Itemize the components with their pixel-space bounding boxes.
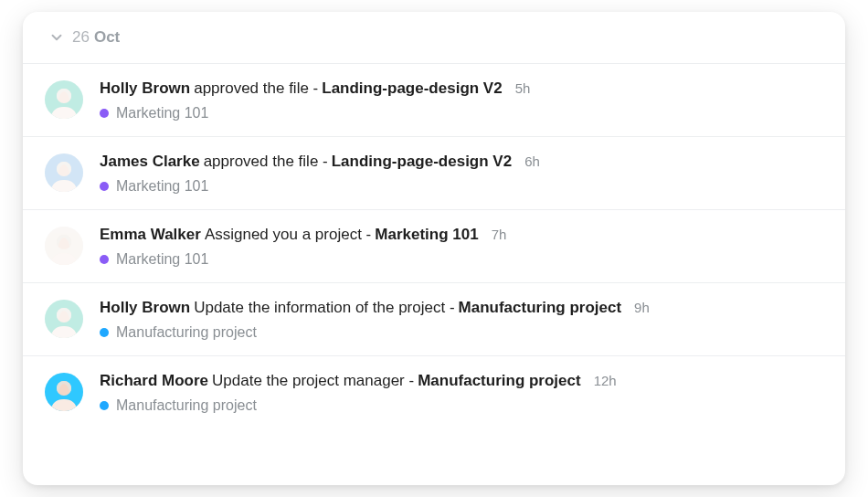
timestamp: 5h bbox=[515, 79, 531, 98]
avatar bbox=[45, 373, 83, 411]
activity-content: Holly Brownapproved the file -Landing-pa… bbox=[100, 79, 823, 122]
project-tag[interactable]: Marketing 101 bbox=[100, 178, 823, 195]
object-name: Landing-page-design V2 bbox=[322, 79, 502, 100]
avatar bbox=[45, 227, 83, 265]
object-name: Marketing 101 bbox=[375, 225, 478, 246]
actor-name: James Clarke bbox=[100, 152, 200, 173]
tag-label: Marketing 101 bbox=[116, 251, 208, 268]
object-name: Manufacturing project bbox=[418, 371, 581, 392]
project-tag[interactable]: Manufacturing project bbox=[100, 397, 823, 414]
chevron-down-icon bbox=[48, 29, 65, 46]
tag-label: Marketing 101 bbox=[116, 178, 208, 195]
activity-card: 26 Oct Holly Brownapproved the file -Lan… bbox=[23, 12, 845, 485]
date-month: Oct bbox=[94, 28, 120, 47]
activity-summary: Holly BrownUpdate the information of the… bbox=[100, 298, 823, 319]
activity-summary: James Clarkeapproved the file -Landing-p… bbox=[100, 152, 823, 173]
object-name: Landing-page-design V2 bbox=[332, 152, 512, 173]
action-text: Update the information of the project - bbox=[194, 298, 454, 319]
activity-summary: Richard MooreUpdate the project manager … bbox=[100, 371, 823, 392]
tag-label: Manufacturing project bbox=[116, 324, 257, 341]
project-tag[interactable]: Marketing 101 bbox=[100, 105, 823, 122]
tag-label: Marketing 101 bbox=[116, 105, 208, 122]
date-day: 26 bbox=[72, 28, 90, 47]
tag-color-dot bbox=[100, 401, 109, 410]
activity-item[interactable]: Richard MooreUpdate the project manager … bbox=[23, 355, 845, 428]
activity-item[interactable]: Holly BrownUpdate the information of the… bbox=[23, 282, 845, 355]
activity-summary: Holly Brownapproved the file -Landing-pa… bbox=[100, 79, 823, 100]
timestamp: 6h bbox=[524, 153, 540, 171]
tag-color-dot bbox=[100, 328, 109, 337]
action-text: Update the project manager - bbox=[212, 371, 414, 392]
activity-content: Holly BrownUpdate the information of the… bbox=[100, 298, 823, 341]
avatar bbox=[45, 153, 83, 192]
object-name: Manufacturing project bbox=[459, 298, 622, 319]
date-header[interactable]: 26 Oct bbox=[23, 12, 845, 54]
activity-list: Holly Brownapproved the file -Landing-pa… bbox=[23, 54, 845, 485]
actor-name: Holly Brown bbox=[100, 79, 190, 100]
activity-item[interactable]: James Clarkeapproved the file -Landing-p… bbox=[23, 136, 845, 209]
timestamp: 7h bbox=[492, 226, 507, 244]
activity-content: Richard MooreUpdate the project manager … bbox=[100, 371, 823, 414]
activity-summary: Emma WalkerAssigned you a project -Marke… bbox=[100, 225, 823, 246]
tag-label: Manufacturing project bbox=[116, 397, 257, 414]
project-tag[interactable]: Marketing 101 bbox=[100, 251, 823, 268]
action-text: approved the file - bbox=[204, 152, 328, 173]
actor-name: Richard Moore bbox=[100, 371, 208, 392]
timestamp: 12h bbox=[594, 372, 617, 390]
tag-color-dot bbox=[100, 182, 109, 191]
action-text: approved the file - bbox=[194, 79, 318, 100]
project-tag[interactable]: Manufacturing project bbox=[100, 324, 823, 341]
action-text: Assigned you a project - bbox=[205, 225, 371, 246]
actor-name: Emma Walker bbox=[100, 225, 201, 246]
activity-content: Emma WalkerAssigned you a project -Marke… bbox=[100, 225, 823, 268]
avatar bbox=[45, 80, 83, 119]
activity-content: James Clarkeapproved the file -Landing-p… bbox=[100, 152, 823, 195]
tag-color-dot bbox=[100, 109, 109, 118]
timestamp: 9h bbox=[634, 299, 650, 317]
activity-item[interactable]: Holly Brownapproved the file -Landing-pa… bbox=[23, 63, 845, 136]
avatar bbox=[45, 300, 83, 338]
tag-color-dot bbox=[100, 255, 109, 264]
activity-item[interactable]: Emma WalkerAssigned you a project -Marke… bbox=[23, 209, 845, 282]
actor-name: Holly Brown bbox=[100, 298, 190, 319]
